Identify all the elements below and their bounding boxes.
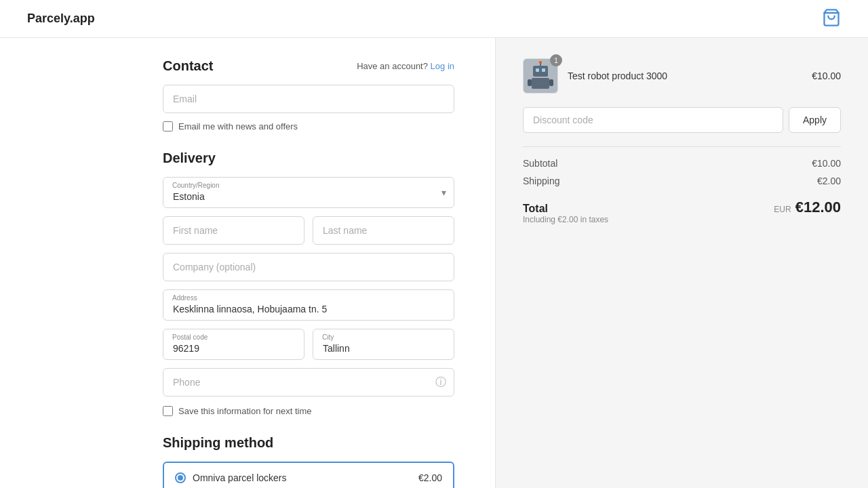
subtotal-value: €10.00 bbox=[812, 158, 841, 169]
address-field[interactable] bbox=[163, 289, 454, 321]
shipping-value: €2.00 bbox=[817, 176, 841, 186]
main-content: Contact Have an account? Log in Email me… bbox=[0, 38, 868, 488]
product-quantity-badge: 1 bbox=[550, 54, 562, 66]
newsletter-label: Email me with news and offers bbox=[178, 121, 298, 131]
login-link[interactable]: Log in bbox=[431, 61, 454, 71]
phone-wrapper: ⓘ bbox=[163, 368, 454, 396]
header: Parcely.app bbox=[0, 0, 868, 38]
shipping-method-title: Shipping method bbox=[163, 435, 454, 451]
shipping-row: Shipping €2.00 bbox=[523, 176, 841, 186]
total-currency: EUR bbox=[774, 205, 791, 214]
newsletter-row: Email me with news and offers bbox=[163, 121, 454, 131]
save-info-label: Save this information for next time bbox=[178, 406, 312, 416]
city-wrapper: City bbox=[313, 329, 454, 360]
shipping-option-omniva[interactable]: Omniva parcel lockers €2.00 bbox=[163, 462, 454, 488]
subtotal-label: Subtotal bbox=[523, 158, 557, 169]
right-panel: 1 Test robot product 3000 €10.00 Apply S… bbox=[495, 38, 868, 488]
postal-field[interactable] bbox=[163, 329, 304, 360]
first-name-field[interactable] bbox=[163, 216, 304, 245]
svg-rect-2 bbox=[533, 66, 548, 77]
shipping-label: Shipping bbox=[523, 176, 560, 186]
order-summary: Subtotal €10.00 Shipping €2.00 Total Inc… bbox=[523, 146, 841, 224]
radio-selected-icon bbox=[175, 472, 186, 483]
discount-row: Apply bbox=[523, 107, 841, 133]
country-select-wrapper: Country/Region Estonia ▾ bbox=[163, 177, 454, 208]
total-row: Total Including €2.00 in taxes EUR €12.0… bbox=[523, 193, 841, 224]
email-field[interactable] bbox=[163, 85, 454, 113]
save-info-checkbox[interactable] bbox=[163, 406, 173, 416]
svg-rect-7 bbox=[532, 78, 549, 89]
city-field[interactable] bbox=[313, 329, 454, 360]
country-select[interactable]: Estonia bbox=[163, 177, 454, 208]
total-label: Total bbox=[523, 203, 608, 215]
svg-rect-9 bbox=[549, 79, 553, 86]
svg-rect-4 bbox=[542, 68, 545, 72]
phone-field[interactable] bbox=[163, 368, 454, 396]
delivery-title: Delivery bbox=[163, 150, 454, 166]
logo: Parcely.app bbox=[27, 12, 95, 26]
company-field[interactable] bbox=[163, 253, 454, 281]
contact-header: Contact Have an account? Log in bbox=[163, 58, 454, 74]
postal-wrapper: Postal code bbox=[163, 329, 304, 360]
discount-code-field[interactable] bbox=[523, 107, 783, 133]
help-circle-icon: ⓘ bbox=[435, 375, 446, 390]
svg-point-6 bbox=[539, 61, 542, 64]
login-prompt: Have an account? Log in bbox=[357, 61, 454, 71]
contact-section: Contact Have an account? Log in Email me… bbox=[163, 58, 454, 131]
shipping-method-section: Shipping method Omniva parcel lockers €2… bbox=[163, 435, 454, 488]
postal-city-row: Postal code City bbox=[163, 329, 454, 360]
name-row bbox=[163, 216, 454, 245]
apply-discount-button[interactable]: Apply bbox=[789, 107, 841, 133]
product-name: Test robot product 3000 bbox=[568, 70, 667, 81]
tax-note: Including €2.00 in taxes bbox=[523, 215, 608, 224]
product-image-wrapper: 1 bbox=[523, 58, 558, 94]
delivery-section: Delivery Country/Region Estonia ▾ Addres… bbox=[163, 150, 454, 416]
newsletter-checkbox[interactable] bbox=[163, 121, 173, 131]
svg-rect-8 bbox=[528, 79, 532, 86]
save-info-row: Save this information for next time bbox=[163, 406, 454, 416]
last-name-field[interactable] bbox=[313, 216, 454, 245]
product-row: 1 Test robot product 3000 €10.00 bbox=[523, 58, 841, 94]
svg-rect-3 bbox=[536, 68, 539, 72]
contact-title: Contact bbox=[163, 58, 213, 74]
total-amount: €12.00 bbox=[795, 199, 841, 216]
left-panel: Contact Have an account? Log in Email me… bbox=[0, 38, 495, 488]
subtotal-row: Subtotal €10.00 bbox=[523, 158, 841, 169]
address-wrapper: Address bbox=[163, 289, 454, 321]
cart-icon-button[interactable] bbox=[822, 8, 841, 29]
product-price: €10.00 bbox=[812, 70, 841, 81]
shipping-option-name: Omniva parcel lockers bbox=[193, 472, 287, 483]
shipping-option-price: €2.00 bbox=[418, 472, 442, 483]
